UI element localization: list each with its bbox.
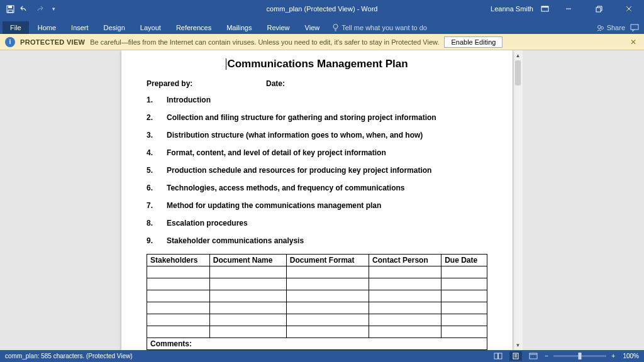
tab-design[interactable]: Design	[96, 21, 133, 34]
section-title: Introduction	[167, 96, 211, 104]
svg-rect-15	[494, 353, 498, 359]
comments-row: Comments:	[147, 338, 487, 350]
section-title: Stakeholder communications analysis	[167, 236, 304, 245]
print-layout-icon[interactable]	[509, 351, 522, 361]
section-item: 7.Method for updating the communications…	[147, 201, 487, 210]
table-cell	[369, 326, 441, 338]
info-icon: i	[5, 37, 15, 47]
table-cell	[286, 302, 369, 314]
table-row	[147, 266, 487, 278]
undo-icon[interactable]	[18, 3, 31, 15]
tab-review[interactable]: Review	[260, 21, 297, 34]
section-title: Escalation procedures	[167, 219, 248, 228]
ribbon-tabs: File Home Insert Design Layout Reference…	[0, 18, 644, 34]
table-cell	[147, 314, 210, 326]
table-cell	[209, 290, 286, 302]
table-header: Stakeholders	[147, 255, 210, 266]
table-cell	[369, 290, 441, 302]
ribbon-display-options-icon[interactable]	[538, 3, 551, 15]
close-button[interactable]	[616, 0, 641, 18]
scroll-down-icon[interactable]: ▼	[513, 340, 523, 350]
zoom-out-button[interactable]: −	[545, 353, 548, 359]
table-cell	[441, 302, 487, 314]
comments-pane-icon[interactable]	[630, 24, 639, 31]
stakeholders-table: StakeholdersDocument NameDocument Format…	[147, 254, 487, 350]
svg-point-12	[597, 25, 601, 28]
comments-cell: Comments:	[147, 338, 487, 350]
document-area: Communications Management Plan Prepared …	[0, 50, 644, 350]
table-header: Document Name	[209, 255, 286, 266]
table-cell	[441, 314, 487, 326]
section-item: 3.Distribution structure (what informati…	[147, 131, 487, 140]
section-number: 8.	[147, 219, 167, 228]
web-layout-icon[interactable]	[527, 351, 540, 361]
tab-references[interactable]: References	[169, 21, 219, 34]
table-cell	[209, 326, 286, 338]
document-page[interactable]: Communications Management Plan Prepared …	[121, 50, 513, 350]
section-number: 3.	[147, 131, 167, 140]
section-number: 2.	[147, 113, 167, 122]
section-item: 1.Introduction	[147, 96, 487, 104]
share-icon	[597, 25, 604, 31]
meta-row: Prepared by: Date:	[147, 79, 487, 88]
table-header: Due Date	[441, 255, 487, 266]
scroll-up-icon[interactable]: ▲	[513, 50, 523, 60]
section-title: Production schedule and resources for pr…	[167, 166, 431, 175]
status-text[interactable]: comm_plan: 585 characters. (Protected Vi…	[5, 353, 133, 359]
minimize-button[interactable]	[556, 0, 581, 18]
section-title: Format, content, and level of detail of …	[167, 148, 386, 157]
table-cell	[441, 290, 487, 302]
title-bar: ▾ comm_plan (Protected View) - Word Lean…	[0, 0, 644, 18]
tell-me-search[interactable]: Tell me what you want to do	[327, 21, 432, 34]
section-title: Method for updating the communications m…	[167, 201, 381, 210]
save-icon[interactable]	[4, 3, 16, 15]
table-cell	[441, 326, 487, 338]
section-number: 5.	[147, 166, 167, 175]
table-cell	[209, 314, 286, 326]
svg-rect-4	[541, 6, 548, 8]
table-cell	[369, 302, 441, 314]
user-name[interactable]: Leanna Smith	[491, 5, 533, 13]
table-cell	[209, 266, 286, 278]
section-item: 6.Technologies, access methods, and freq…	[147, 184, 487, 192]
tab-mailings[interactable]: Mailings	[219, 21, 259, 34]
section-number: 7.	[147, 201, 167, 210]
tab-view[interactable]: View	[297, 21, 328, 34]
share-button[interactable]: Share	[597, 24, 625, 31]
tab-home[interactable]: Home	[30, 21, 64, 34]
zoom-in-button[interactable]: +	[611, 353, 615, 359]
vertical-scrollbar[interactable]: ▲ ▼	[513, 50, 523, 350]
table-header: Document Format	[286, 255, 369, 266]
svg-rect-2	[8, 10, 13, 13]
section-item: 2.Collection and filing structure for ga…	[147, 113, 487, 122]
table-cell	[147, 326, 210, 338]
section-number: 9.	[147, 236, 167, 245]
zoom-level[interactable]: 100%	[620, 353, 639, 359]
qat-dropdown-icon[interactable]: ▾	[47, 3, 60, 15]
close-protected-bar-icon[interactable]: ✕	[628, 36, 639, 48]
table-cell	[147, 302, 210, 314]
doc-heading: Communications Management Plan	[147, 58, 487, 70]
table-cell	[441, 278, 487, 290]
table-cell	[286, 314, 369, 326]
protected-view-bar: i PROTECTED VIEW Be careful—files from t…	[0, 34, 644, 50]
status-bar: comm_plan: 585 characters. (Protected Vi…	[0, 350, 644, 362]
scroll-track[interactable]	[513, 85, 523, 340]
quick-access-toolbar: ▾	[0, 3, 60, 15]
table-row	[147, 302, 487, 314]
scroll-thumb[interactable]	[515, 60, 521, 85]
read-mode-icon[interactable]	[492, 351, 504, 361]
tab-layout[interactable]: Layout	[133, 21, 169, 34]
table-cell	[441, 266, 487, 278]
window-title: comm_plan (Protected View) - Word	[267, 5, 378, 13]
restore-button[interactable]	[586, 0, 611, 18]
date-label: Date:	[266, 79, 285, 88]
tab-file[interactable]: File	[3, 21, 29, 34]
redo-icon[interactable]	[33, 3, 45, 15]
enable-editing-button[interactable]: Enable Editing	[444, 36, 502, 48]
table-cell	[209, 302, 286, 314]
table-cell	[209, 278, 286, 290]
zoom-slider[interactable]	[553, 355, 606, 357]
tab-insert[interactable]: Insert	[64, 21, 96, 34]
table-cell	[147, 266, 210, 278]
